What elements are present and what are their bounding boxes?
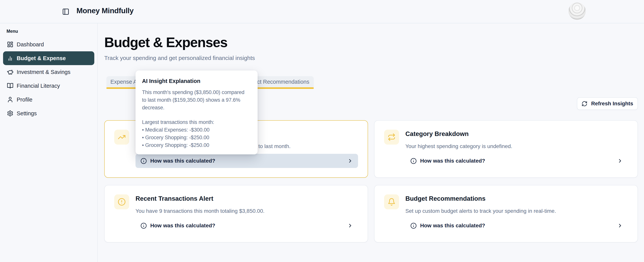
tooltip-paragraph-line: This month's spending ($3,850.00) compar… <box>142 88 258 96</box>
user-avatar[interactable] <box>568 2 586 20</box>
how-calculated-label: How was this calculated? <box>150 158 215 164</box>
sidebar-nav: Dashboard Budget & Expense Investment & … <box>0 37 97 120</box>
sidebar-item-label: Investment & Savings <box>17 69 70 75</box>
sidebar: Menu Dashboard Budget & Expense Investme… <box>0 23 98 262</box>
sidebar-item-label: Dashboard <box>17 41 44 48</box>
book-open-icon <box>7 82 14 89</box>
piggy-bank-icon <box>7 69 14 75</box>
gear-icon <box>7 110 14 117</box>
alert-circle-icon <box>114 194 129 209</box>
card-title: Recent Transactions Alert <box>136 195 213 202</box>
tooltip-list-item: • Medical Expenses: -$300.00 <box>142 126 258 134</box>
card-category-breakdown: Category Breakdown Your highest spending… <box>374 120 638 178</box>
tooltip-title: AI Insight Explanation <box>142 78 258 84</box>
info-icon <box>410 223 417 229</box>
tooltip-body: This month's spending ($3,850.00) compar… <box>142 88 258 149</box>
sidebar-toggle-button[interactable] <box>60 6 71 17</box>
sidebar-item-investment-savings[interactable]: Investment & Savings <box>3 65 94 79</box>
sidebar-item-label: Budget & Expense <box>17 55 66 61</box>
how-calculated-label: How was this calculated? <box>420 158 485 164</box>
sidebar-item-label: Financial Literacy <box>17 83 60 89</box>
card-description: Your highest spending category is undefi… <box>406 143 512 149</box>
card-description-fragment: to last month. <box>258 143 290 149</box>
refresh-insights-label: Refresh Insights <box>591 101 633 107</box>
card-description: You have 9 transactions this month total… <box>136 208 264 214</box>
card-budget-recommendations: Budget Recommendations Set up custom bud… <box>374 185 638 243</box>
chevron-right-icon <box>617 223 623 229</box>
tooltip-list-item: • Grocery Shopping: -$250.00 <box>142 134 258 141</box>
repeat-arrows-icon <box>384 130 399 145</box>
trending-up-icon <box>114 130 129 145</box>
how-calculated-label: How was this calculated? <box>420 223 485 229</box>
info-icon <box>140 223 147 229</box>
refresh-icon <box>582 101 588 107</box>
dashboard-grid-icon <box>7 41 14 48</box>
info-icon <box>410 158 417 164</box>
chevron-right-icon <box>347 158 353 164</box>
card-recent-transactions-alert: Recent Transactions Alert You have 9 tra… <box>104 185 368 243</box>
how-calculated-row[interactable]: How was this calculated? <box>136 154 358 168</box>
card-description: Set up custom budget alerts to track you… <box>406 208 556 214</box>
ai-insight-tooltip: AI Insight Explanation This month's spen… <box>136 70 258 154</box>
tooltip-spacer <box>142 111 258 118</box>
sidebar-item-dashboard[interactable]: Dashboard <box>3 37 94 51</box>
sidebar-item-settings[interactable]: Settings <box>3 106 94 120</box>
chevron-right-icon <box>347 223 353 229</box>
top-header: Money Mindfully <box>0 0 644 23</box>
app-title: Money Mindfully <box>76 6 134 15</box>
sidebar-menu-label: Menu <box>6 29 18 34</box>
tooltip-list-item: • Grocery Shopping: -$250.00 <box>142 141 258 149</box>
app-root: Money Mindfully Menu Dashboard Budget & … <box>0 0 644 262</box>
how-calculated-label: How was this calculated? <box>150 223 215 229</box>
sidebar-item-financial-literacy[interactable]: Financial Literacy <box>3 79 94 93</box>
chevron-right-icon <box>617 158 623 164</box>
card-title: Category Breakdown <box>406 130 469 138</box>
tooltip-paragraph-line: decrease. <box>142 104 258 111</box>
sidebar-item-budget-expense[interactable]: Budget & Expense <box>3 51 94 65</box>
sidebar-item-label: Profile <box>17 96 32 103</box>
page-title: Budget & Expenses <box>104 35 227 50</box>
how-calculated-row[interactable]: How was this calculated? <box>406 219 628 233</box>
info-icon <box>140 158 147 164</box>
sidebar-item-label: Settings <box>17 110 37 117</box>
user-icon <box>7 96 14 103</box>
page-subtitle: Track your spending and get personalized… <box>104 55 255 61</box>
how-calculated-row[interactable]: How was this calculated? <box>406 154 628 168</box>
panel-left-icon <box>62 8 70 15</box>
how-calculated-row[interactable]: How was this calculated? <box>136 219 358 233</box>
card-title: Budget Recommendations <box>406 195 486 202</box>
sidebar-item-profile[interactable]: Profile <box>3 93 94 106</box>
tooltip-list-heading: Largest transactions this month: <box>142 118 258 126</box>
refresh-insights-button[interactable]: Refresh Insights <box>577 97 638 110</box>
bar-chart-icon <box>7 55 14 61</box>
tooltip-paragraph-line: to last month ($159,350.00) shows a 97.6… <box>142 96 258 104</box>
bell-icon <box>384 194 399 209</box>
